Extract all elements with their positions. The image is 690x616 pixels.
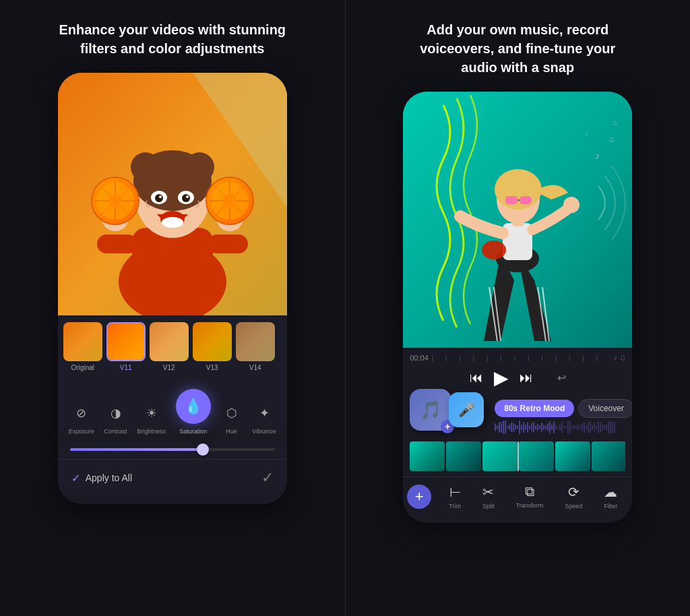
- clip-3: [482, 441, 518, 471]
- adjustment-section: ⊘ Exposure ◑ Contrast ☀ Brightness 💧 Sat…: [58, 378, 287, 435]
- filter-v13[interactable]: V13: [193, 322, 232, 371]
- timeline-clips-container: [410, 441, 625, 471]
- toolbar-trim[interactable]: ⊢ Trim: [449, 484, 461, 510]
- split-icon: ✂: [482, 484, 494, 500]
- tool-label-exposure: Exposure: [69, 428, 94, 435]
- track-pills-row: 80s Retro Mood Voiceover: [495, 399, 632, 418]
- retro-mood-pill[interactable]: 80s Retro Mood: [495, 400, 574, 417]
- girl-illustration: [58, 73, 287, 315]
- tool-saturation[interactable]: 💧 Saturation: [176, 389, 211, 435]
- mic-icon-3d[interactable]: 🎤: [449, 392, 484, 427]
- apply-to-all-option[interactable]: ✓ Apply to All: [71, 472, 132, 485]
- track-row: 🎵 + 🎤 80s Retro Mood Voiceover: [410, 396, 625, 437]
- filter-label: Filter: [604, 503, 617, 510]
- time-bar: 00:04 ||||||||||||| ♪ ♫: [410, 353, 625, 363]
- vibrance-icon: ✦: [253, 402, 275, 424]
- slider-fill: [70, 448, 203, 451]
- filter-original[interactable]: Original: [63, 322, 102, 371]
- svg-text:♫: ♫: [608, 135, 615, 144]
- apply-to-all-label: Apply to All: [86, 472, 132, 483]
- tool-contrast[interactable]: ◑ Contrast: [104, 402, 127, 435]
- filter-v12[interactable]: V12: [150, 322, 189, 371]
- svg-rect-18: [208, 235, 248, 253]
- skip-forward-button[interactable]: ⏭: [520, 370, 533, 386]
- svg-point-13: [182, 194, 190, 202]
- right-panel: Add your own music, record voiceovers, a…: [346, 0, 691, 616]
- speed-icon: ⟳: [568, 484, 579, 500]
- svg-point-45: [495, 169, 542, 210]
- time-display: 00:04: [410, 354, 429, 362]
- tool-vibrance[interactable]: ✦ Vibrance: [252, 402, 276, 435]
- photo-display: [58, 73, 287, 315]
- hue-icon: ⬡: [221, 402, 243, 424]
- filter-v14[interactable]: V14: [236, 322, 275, 371]
- add-button[interactable]: +: [407, 485, 431, 509]
- tool-label-hue: Hue: [226, 428, 237, 435]
- trim-icon: ⊢: [449, 484, 461, 500]
- clip-4: [519, 441, 554, 471]
- svg-rect-46: [505, 196, 518, 204]
- confirm-check-icon[interactable]: ✓: [261, 469, 274, 487]
- speed-label: Speed: [565, 503, 582, 510]
- svg-point-42: [563, 197, 579, 213]
- toolbar-speed[interactable]: ⟳ Speed: [565, 484, 582, 510]
- toolbar-filter[interactable]: ☁ Filter: [604, 484, 617, 510]
- music-note-icon: 🎵: [420, 400, 441, 421]
- svg-point-8: [133, 150, 212, 211]
- toolbar-split[interactable]: ✂ Split: [482, 484, 495, 510]
- apply-bar: ✓ Apply to All ✓: [58, 459, 287, 496]
- left-phone-frame: Original V11 V12 V13: [58, 73, 287, 504]
- filter-thumb-v14: [236, 322, 275, 361]
- play-button[interactable]: ▶: [494, 367, 509, 389]
- time-dividers: |||||||||||||: [429, 355, 613, 361]
- transform-label: Transform: [515, 502, 543, 509]
- contrast-icon: ◑: [105, 402, 127, 424]
- toolbar-transform[interactable]: ⧉ Transform: [515, 484, 543, 510]
- filter-strip: Original V11 V12 V13: [58, 315, 287, 378]
- filter-label-original: Original: [71, 364, 94, 371]
- music-track-section: 🎵 + 🎤 80s Retro Mood Voiceover: [403, 396, 632, 476]
- slider-thumb[interactable]: [197, 443, 209, 456]
- voiceover-pill[interactable]: Voiceover: [578, 399, 632, 418]
- tool-exposure[interactable]: ⊘ Exposure: [69, 402, 94, 435]
- music-icon-3d[interactable]: 🎵 +: [410, 389, 451, 431]
- filter-label-v14: V14: [249, 364, 261, 371]
- svg-text:♫: ♫: [612, 119, 617, 127]
- filter-label-v13: V13: [206, 364, 218, 371]
- filter-label-v12: V12: [163, 364, 175, 371]
- dancer-illustration: ♪ ♫ ♪ ♫: [403, 92, 632, 348]
- svg-text:♪: ♪: [585, 129, 588, 137]
- svg-point-16: [162, 217, 183, 228]
- tool-brightness[interactable]: ☀ Brightness: [137, 402, 166, 435]
- bottom-toolbar: + ⊢ Trim ✂ Split ⧉ Transform ⟳ Speed: [403, 476, 632, 516]
- tool-icons-row: ⊘ Exposure ◑ Contrast ☀ Brightness 💧 Sat…: [66, 389, 279, 435]
- toolbar-items: ⊢ Trim ✂ Split ⧉ Transform ⟳ Speed ☁ F: [438, 484, 628, 510]
- clip-1: [410, 441, 445, 471]
- microphone-icon: 🎤: [458, 402, 475, 418]
- music-note-decor: ♪ ♫: [613, 353, 625, 363]
- photo-background: [58, 73, 287, 315]
- svg-text:♪: ♪: [595, 150, 600, 161]
- adjustment-slider-container: [58, 443, 287, 459]
- filter-label-v11: V11: [120, 364, 132, 371]
- svg-point-34: [223, 194, 237, 208]
- skip-back-button[interactable]: ⏮: [470, 370, 483, 386]
- left-panel-title: Enhance your videos with stunning filter…: [58, 20, 287, 58]
- svg-point-11: [159, 195, 162, 198]
- saturation-slider[interactable]: [70, 448, 275, 451]
- checkmark-icon: ✓: [71, 472, 80, 485]
- filter-thumb-v12: [150, 322, 189, 361]
- tool-hue[interactable]: ⬡ Hue: [221, 402, 243, 435]
- right-phone-frame: ♪ ♫ ♪ ♫ 00:04 ||||||||||||| ♪ ♫ ⏮ ▶ ⏭ ↩: [403, 92, 632, 523]
- transform-icon: ⧉: [525, 484, 534, 499]
- svg-rect-47: [520, 196, 532, 204]
- svg-point-53: [482, 241, 506, 259]
- filter-icon: ☁: [604, 484, 617, 500]
- tool-label-contrast: Contrast: [104, 428, 127, 435]
- undo-button[interactable]: ↩: [557, 371, 566, 384]
- left-panel: Enhance your videos with stunning filter…: [0, 0, 346, 616]
- tool-label-vibrance: Vibrance: [252, 428, 276, 435]
- split-label: Split: [482, 503, 495, 510]
- filter-v11[interactable]: V11: [106, 322, 146, 371]
- player-controls: ⏮ ▶ ⏭ ↩: [410, 367, 625, 389]
